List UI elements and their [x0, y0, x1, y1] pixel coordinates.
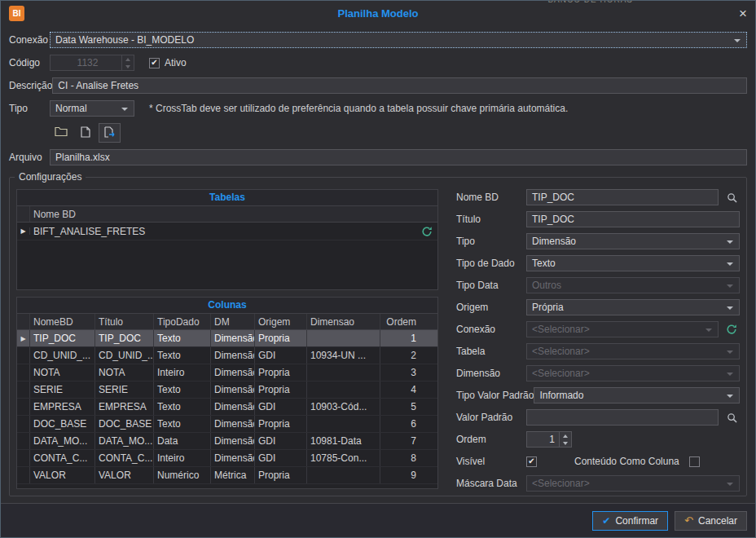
conteudo-como-coluna-checkbox[interactable] — [689, 456, 700, 467]
column-header[interactable]: Ordem — [380, 314, 437, 329]
cell[interactable]: Texto — [154, 399, 211, 415]
cell[interactable]: 7 — [380, 433, 437, 449]
colunas-row[interactable]: SERIESERIETextoDimensãoPropria4 — [17, 381, 437, 399]
cell[interactable]: DATA_MO... — [95, 433, 154, 449]
cell[interactable]: TIP_DOC — [95, 330, 154, 346]
colunas-row[interactable]: DATA_MO...DATA_MO...DataDimensãoGDI10981… — [17, 433, 437, 450]
cell[interactable]: GDI — [255, 450, 307, 466]
cell[interactable]: CD_UNID_... — [95, 347, 154, 364]
tabelas-row[interactable]: ▶ BIFT_ANALISE_FRETES — [17, 223, 437, 240]
export-file-button[interactable] — [99, 123, 121, 143]
cell[interactable]: Dimensão — [211, 433, 255, 449]
cell[interactable]: Numérico — [154, 467, 211, 483]
origem-select[interactable]: Própria — [526, 299, 740, 315]
colunas-row[interactable]: CD_UNID_...CD_UNID_...TextoDimensãoGDI10… — [17, 347, 437, 364]
tipo-dado-select[interactable]: Texto — [526, 255, 740, 271]
cell[interactable]: GDI — [255, 347, 307, 364]
cell[interactable]: Dimensão — [211, 450, 255, 466]
cell[interactable]: SERIE — [30, 381, 95, 398]
arquivo-input[interactable]: Planilha.xlsx — [50, 149, 747, 165]
visivel-checkbox[interactable]: ✔ — [526, 456, 537, 467]
column-header[interactable]: TipoDado — [154, 314, 211, 329]
cell[interactable]: EMPRESA — [30, 399, 95, 415]
cell[interactable] — [307, 467, 380, 483]
new-file-button[interactable] — [74, 123, 96, 143]
open-file-button[interactable] — [50, 123, 72, 143]
cell[interactable]: 9 — [380, 467, 437, 483]
cell[interactable]: Propria — [255, 381, 307, 398]
cell[interactable]: CD_UNID_... — [30, 347, 95, 364]
cell[interactable]: Texto — [154, 381, 211, 398]
cell[interactable]: 2 — [380, 347, 437, 364]
cell[interactable]: 4 — [380, 381, 437, 398]
cell[interactable]: 10785-Con... — [307, 450, 380, 466]
cell[interactable]: Dimensão — [211, 416, 255, 432]
cell[interactable]: Propria — [255, 364, 307, 381]
cell[interactable]: Propria — [255, 467, 307, 483]
ativo-checkbox[interactable]: ✔ — [149, 58, 160, 68]
column-header[interactable]: NomeBD — [30, 314, 95, 329]
ordem-spinner[interactable]: 1 — [526, 431, 572, 448]
tipo-select[interactable]: Normal — [50, 100, 134, 117]
colunas-row[interactable]: ▶TIP_DOCTIP_DOCTextoDimensãoPropria1 — [17, 330, 437, 347]
tipo-detail-select[interactable]: Dimensão — [526, 233, 740, 249]
tipo-valor-padrao-select[interactable]: Informado — [534, 387, 740, 404]
cell[interactable] — [307, 330, 380, 346]
descricao-input[interactable]: CI - Analise Fretes — [52, 77, 747, 94]
colunas-row[interactable]: DOC_BASEDOC_BASETextoDimensãoPropria6 — [17, 416, 437, 433]
cell[interactable]: Inteiro — [154, 450, 211, 466]
cell[interactable]: Métrica — [211, 467, 255, 483]
cell[interactable]: Inteiro — [154, 364, 211, 381]
cell[interactable] — [307, 381, 380, 398]
cell[interactable]: 5 — [380, 399, 437, 415]
colunas-row[interactable]: CONTA_C...CONTA_C...InteiroDimensãoGDI10… — [17, 450, 437, 467]
colunas-row[interactable]: EMPRESAEMPRESATextoDimensãoGDI10903-Cód.… — [17, 399, 437, 416]
cell[interactable]: Dimensão — [211, 399, 255, 415]
nome-bd-column-header[interactable]: Nome BD — [30, 206, 437, 222]
cell[interactable]: GDI — [255, 399, 307, 415]
cell[interactable]: Texto — [154, 330, 211, 346]
cell[interactable]: Texto — [154, 347, 211, 364]
refresh-icon[interactable] — [723, 321, 740, 337]
cell[interactable]: NOTA — [95, 364, 154, 381]
cell[interactable]: 8 — [380, 450, 437, 466]
cell[interactable]: 10981-Data — [307, 433, 380, 449]
cell[interactable]: DOC_BASE — [95, 416, 154, 432]
table-name-cell[interactable]: BIFT_ANALISE_FRETES — [30, 226, 421, 237]
cell[interactable]: Dimensão — [211, 364, 255, 381]
cell[interactable]: 1 — [380, 330, 437, 346]
spinner-arrows-icon[interactable] — [559, 432, 571, 447]
conexao-select[interactable]: Data Warehouse - BI_MODELO — [50, 32, 747, 48]
cancel-button[interactable]: ↶ Cancelar — [675, 511, 747, 531]
cell[interactable]: Data — [154, 433, 211, 449]
titulo-input[interactable]: TIP_DOC — [526, 211, 740, 227]
cell[interactable] — [307, 416, 380, 432]
cell[interactable]: Dimensão — [211, 347, 255, 364]
confirm-button[interactable]: ✔ Confirmar — [592, 511, 668, 531]
cell[interactable]: 6 — [380, 416, 437, 432]
cell[interactable]: DOC_BASE — [30, 416, 95, 432]
cell[interactable]: VALOR — [30, 467, 95, 483]
cell[interactable]: Dimensão — [211, 330, 255, 346]
nome-bd-input[interactable]: TIP_DOC — [526, 189, 719, 205]
cell[interactable]: SERIE — [95, 381, 154, 398]
refresh-icon[interactable] — [421, 226, 433, 237]
cell[interactable]: VALOR — [95, 467, 154, 483]
cell[interactable]: Propria — [255, 416, 307, 432]
cell[interactable]: GDI — [255, 433, 307, 449]
colunas-row[interactable]: VALORVALORNuméricoMétricaPropria9 — [17, 467, 437, 484]
cell[interactable]: DATA_MO... — [30, 433, 95, 449]
column-header[interactable]: Dimensao — [307, 314, 380, 329]
cell[interactable]: CONTA_C... — [30, 450, 95, 466]
search-icon[interactable] — [723, 189, 740, 205]
column-header[interactable]: Título — [95, 314, 154, 329]
cell[interactable]: 10934-UN ... — [307, 347, 380, 364]
valor-padrao-input[interactable] — [526, 409, 719, 426]
cell[interactable]: 10903-Cód... — [307, 399, 380, 415]
cell[interactable]: 3 — [380, 364, 437, 381]
cell[interactable]: Dimensão — [211, 381, 255, 398]
cell[interactable]: NOTA — [30, 364, 95, 381]
close-icon[interactable]: × — [739, 7, 747, 20]
cell[interactable]: Texto — [154, 416, 211, 432]
cell[interactable]: CONTA_C... — [95, 450, 154, 466]
